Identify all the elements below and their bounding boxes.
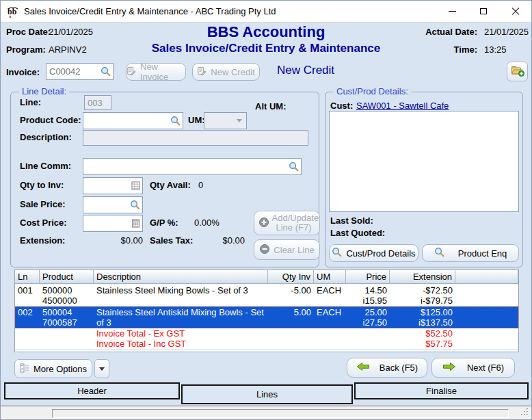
minimize-icon: [449, 11, 456, 12]
resize-grip-icon[interactable]: [520, 408, 529, 419]
actual-date-label: Actual Date:: [421, 27, 477, 37]
line-comm-label: Line Comm:: [20, 161, 71, 171]
cell-price: [346, 328, 390, 339]
description-label: Description:: [20, 132, 72, 142]
tab-finalise[interactable]: Finalise: [354, 382, 529, 399]
close-button[interactable]: [499, 1, 532, 22]
customer-link[interactable]: SAW001 - Sawtell Cafe: [356, 101, 449, 111]
product-code-input[interactable]: [83, 113, 170, 129]
tab-header[interactable]: Header: [4, 382, 180, 399]
calculator-icon[interactable]: [131, 219, 142, 228]
checklist-icon: [20, 363, 29, 375]
last-quoted-label: Last Quoted:: [330, 228, 385, 238]
add-update-line-button[interactable]: Add/Update Line (F7): [254, 211, 320, 235]
green-arrow-right-icon: [442, 362, 456, 373]
cell-product: [40, 328, 94, 339]
line-number-field-wrap: [84, 95, 111, 110]
maximize-button[interactable]: [468, 1, 499, 22]
down-triangle-icon: [99, 367, 105, 371]
cell-filler: [455, 328, 518, 339]
clear-line-button[interactable]: Clear Line: [254, 239, 320, 260]
column-header-qty-inv[interactable]: Qty Inv: [268, 270, 314, 283]
cust-label: Cust:: [330, 101, 353, 111]
line-detail-group-label: Line Detail:: [19, 86, 69, 96]
table-row[interactable]: 0025000047000587Stainless Steel Antiskid…: [15, 306, 518, 328]
column-header-product[interactable]: Product: [40, 270, 94, 283]
cell-price: 14.50i15.95: [346, 285, 390, 306]
cell-extension: -$72.50i-$79.75: [390, 285, 455, 306]
line-comm-input[interactable]: [83, 159, 289, 174]
more-options-dropdown-button[interactable]: [94, 359, 109, 378]
column-header-extension[interactable]: Extension: [390, 270, 455, 283]
description-field-wrap: [83, 130, 308, 146]
invoice-field-wrap: [46, 63, 114, 80]
cust-prod-details-label: Cust/Prod Details: [346, 248, 415, 259]
cell-extension: $57.75: [390, 339, 455, 349]
qty-avail-value: 0: [198, 180, 203, 190]
actual-date-value: 21/01/2025: [484, 27, 529, 37]
sales-tax-label: Sales Tax:: [150, 235, 193, 246]
sale-price-input[interactable]: [83, 197, 130, 213]
um-select[interactable]: [204, 112, 247, 129]
column-header-um[interactable]: UM: [314, 270, 346, 283]
cell-um: [314, 328, 346, 339]
minimize-button[interactable]: [436, 1, 468, 22]
cust-prod-notes: [329, 111, 519, 212]
cell-qty-inv: -5.00: [268, 285, 314, 306]
open-invoice-button[interactable]: [507, 62, 528, 81]
tab-lines[interactable]: Lines: [181, 384, 353, 404]
cost-price-input[interactable]: [83, 215, 131, 231]
extension-value: $0.00: [96, 235, 143, 246]
cost-price-label: Cost Price:: [20, 218, 67, 228]
new-credit-button[interactable]: New Credit: [192, 63, 260, 81]
column-header-filler: [455, 270, 518, 283]
search-icon[interactable]: [170, 116, 183, 126]
more-options-button[interactable]: More Options: [14, 359, 92, 378]
table-row[interactable]: 0015000004500000Stainless Steel Mixing B…: [15, 285, 518, 306]
back-button[interactable]: Back (F5): [347, 358, 427, 378]
cell-product: 5000004500000: [40, 285, 94, 306]
green-arrow-left-icon: [356, 362, 370, 373]
qty-avail-label: Qty Avail:: [150, 180, 191, 190]
column-header-ln[interactable]: Ln: [15, 270, 40, 283]
folder-plus-icon: [511, 64, 524, 79]
window-title: Sales Invoice/Credit Entry & Maintenance…: [24, 6, 276, 16]
more-options-label: More Options: [34, 364, 87, 374]
search-icon[interactable]: [101, 66, 113, 77]
app-window: bbs Sales Invoice/Credit Entry & Mainten…: [0, 0, 532, 420]
cell-ln: 001: [15, 285, 40, 306]
line-label: Line:: [20, 97, 41, 107]
search-icon[interactable]: [289, 161, 301, 172]
cell-description: Stainless Steel Antiskid Mixing Bowls - …: [94, 307, 268, 328]
line-comm-field-wrap: [83, 158, 302, 175]
last-sold-label: Last Sold:: [330, 215, 373, 226]
qty-to-inv-input[interactable]: [83, 178, 131, 194]
cell-product: [40, 339, 94, 349]
new-invoice-button[interactable]: New Invoice: [126, 63, 186, 81]
lines-table: LnProductDescriptionQty InvUMPriceExtens…: [14, 270, 519, 352]
minus-circle-icon: [259, 244, 270, 257]
column-header-description[interactable]: Description: [94, 270, 268, 283]
svg-text:s: s: [10, 14, 12, 18]
invoice-input[interactable]: [46, 64, 101, 79]
sale-price-label: Sale Price:: [20, 199, 66, 209]
next-button[interactable]: Next (F6): [431, 358, 515, 378]
grid-sheet-icon[interactable]: [131, 181, 142, 190]
line-number-input[interactable]: [85, 96, 111, 109]
gp-value: 0.00%: [194, 218, 220, 228]
cost-price-field-wrap: [83, 215, 143, 232]
extension-label: Extension:: [20, 235, 65, 246]
cell-description: Stainless Steel Mixing Bowls - Set of 3: [94, 285, 268, 306]
status-bar: [1, 406, 531, 420]
cell-extension: $125.00i$137.50: [390, 307, 455, 328]
um-label: UM:: [188, 115, 205, 125]
search-icon[interactable]: [130, 200, 142, 210]
cell-description: Invoice Total - Ex GST: [94, 328, 268, 339]
column-header-price[interactable]: Price: [346, 270, 390, 283]
cust-prod-details-button[interactable]: Cust/Prod Details: [329, 244, 418, 262]
mode-status-text: New Credit: [277, 64, 334, 77]
add-update-line-label: Add/Update Line (F7): [272, 213, 316, 233]
product-enq-button[interactable]: Product Enq: [422, 244, 519, 262]
description-input[interactable]: [83, 131, 308, 145]
search-icon: [434, 247, 444, 259]
